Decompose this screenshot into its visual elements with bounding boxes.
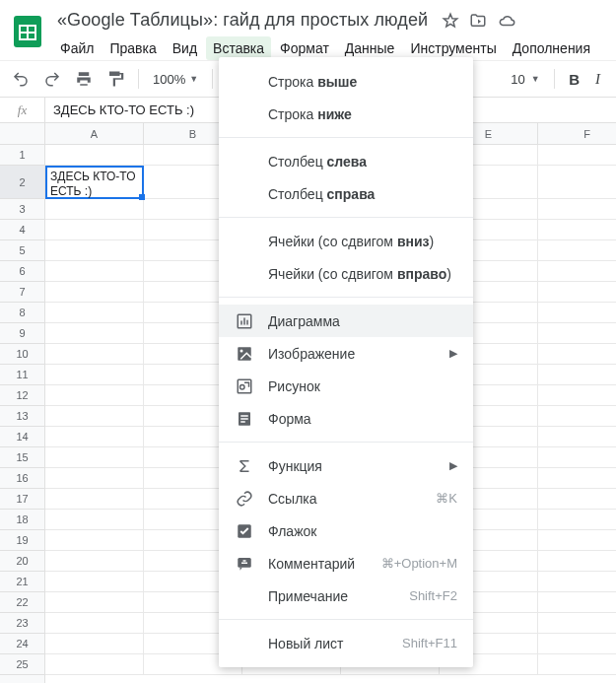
cell-A10[interactable]	[45, 344, 144, 365]
cell-F17[interactable]	[538, 489, 616, 510]
menu-item[interactable]: Ссылка⌘K	[219, 482, 473, 514]
row-header-13[interactable]: 13	[0, 406, 44, 427]
move-icon[interactable]	[469, 12, 487, 30]
star-icon[interactable]	[442, 12, 459, 30]
cell-A8[interactable]	[45, 303, 144, 323]
row-header-16[interactable]: 16	[0, 468, 44, 489]
print-button[interactable]	[71, 66, 97, 92]
zoom-select[interactable]: 100%▼	[149, 72, 202, 87]
cell-F1[interactable]	[538, 145, 616, 166]
menu-item[interactable]: Диаграмма	[219, 305, 473, 337]
row-header-3[interactable]: 3	[0, 199, 44, 220]
cell-A22[interactable]	[45, 592, 144, 613]
cell-F9[interactable]	[538, 323, 616, 344]
menu-item[interactable]: Ячейки (со сдвигом вниз)	[219, 225, 473, 257]
menu-дополнения[interactable]: Дополнения	[506, 36, 597, 60]
row-header-22[interactable]: 22	[0, 592, 44, 613]
menu-item[interactable]: Форма	[219, 402, 473, 435]
row-header-9[interactable]: 9	[0, 323, 44, 344]
cell-A5[interactable]	[45, 240, 144, 261]
menu-item[interactable]: Столбец справа	[219, 177, 473, 210]
cell-A20[interactable]	[45, 551, 144, 572]
row-header-7[interactable]: 7	[0, 282, 44, 303]
row-header-23[interactable]: 23	[0, 613, 44, 634]
menu-item[interactable]: Функция▶	[219, 449, 473, 482]
cell-F22[interactable]	[538, 592, 616, 613]
row-header-12[interactable]: 12	[0, 385, 44, 406]
sheets-logo[interactable]	[8, 12, 47, 51]
cell-A11[interactable]	[45, 365, 144, 385]
cell-A12[interactable]	[45, 385, 144, 406]
menu-item[interactable]: Рисунок	[219, 370, 473, 402]
cell-A4[interactable]	[45, 220, 144, 240]
menu-вид[interactable]: Вид	[166, 36, 204, 60]
row-header-14[interactable]: 14	[0, 427, 44, 447]
cell-F13[interactable]	[538, 406, 616, 427]
cell-F12[interactable]	[538, 385, 616, 406]
cell-F20[interactable]	[538, 551, 616, 572]
cell-A21[interactable]	[45, 572, 144, 592]
cell-A17[interactable]	[45, 489, 144, 510]
cell-F2[interactable]	[538, 166, 616, 199]
cell-F11[interactable]	[538, 365, 616, 385]
row-header-10[interactable]: 10	[0, 344, 44, 365]
cell-A6[interactable]	[45, 261, 144, 282]
row-header-15[interactable]: 15	[0, 447, 44, 468]
row-header-5[interactable]: 5	[0, 240, 44, 261]
cell-F7[interactable]	[538, 282, 616, 303]
cell-F8[interactable]	[538, 303, 616, 323]
menu-item[interactable]: Новый листShift+F11	[219, 627, 473, 659]
row-header-20[interactable]: 20	[0, 551, 44, 572]
cell-F21[interactable]	[538, 572, 616, 592]
row-header-1[interactable]: 1	[0, 145, 44, 166]
row-header-8[interactable]: 8	[0, 303, 44, 323]
menu-item[interactable]: Строка ниже	[219, 98, 473, 130]
cell-F5[interactable]	[538, 240, 616, 261]
italic-button[interactable]: I	[590, 71, 606, 88]
row-header-21[interactable]: 21	[0, 572, 44, 592]
cell-F3[interactable]	[538, 199, 616, 220]
col-header-A[interactable]: A	[45, 123, 144, 144]
menu-правка[interactable]: Правка	[103, 36, 163, 60]
cell-F23[interactable]	[538, 613, 616, 634]
cell-A9[interactable]	[45, 323, 144, 344]
menu-item[interactable]: ПримечаниеShift+F2	[219, 580, 473, 612]
cell-F24[interactable]	[538, 634, 616, 654]
menu-файл[interactable]: Файл	[53, 36, 101, 60]
cell-F10[interactable]	[538, 344, 616, 365]
row-header-17[interactable]: 17	[0, 489, 44, 510]
cell-A18[interactable]	[45, 510, 144, 530]
cell-A3[interactable]	[45, 199, 144, 220]
undo-button[interactable]	[8, 66, 34, 92]
cell-F18[interactable]	[538, 510, 616, 530]
cell-A25[interactable]	[45, 654, 144, 675]
cell-F19[interactable]	[538, 530, 616, 551]
cell-A19[interactable]	[45, 530, 144, 551]
cell-F6[interactable]	[538, 261, 616, 282]
cell-A16[interactable]	[45, 468, 144, 489]
cell-F15[interactable]	[538, 447, 616, 468]
cell-F16[interactable]	[538, 468, 616, 489]
row-header-4[interactable]: 4	[0, 220, 44, 240]
doc-title[interactable]: «Google Таблицы»: гайд для простых людей	[53, 8, 432, 33]
cell-A14[interactable]	[45, 427, 144, 447]
cell-F14[interactable]	[538, 427, 616, 447]
bold-button[interactable]: B	[565, 71, 584, 88]
row-header-18[interactable]: 18	[0, 510, 44, 530]
cell-A24[interactable]	[45, 634, 144, 654]
menu-item[interactable]: Комментарий⌘+Option+M	[219, 547, 473, 580]
cell-F25[interactable]	[538, 654, 616, 675]
row-header-19[interactable]: 19	[0, 530, 44, 551]
cell-A15[interactable]	[45, 447, 144, 468]
paint-format-button[interactable]	[103, 66, 128, 92]
menu-item[interactable]: Флажок	[219, 514, 473, 547]
menu-item[interactable]: Строка выше	[219, 65, 473, 98]
row-header-24[interactable]: 24	[0, 634, 44, 654]
cell-A2[interactable]: ЗДЕСЬ КТО-ТО ЕСТЬ :)	[45, 166, 144, 199]
cell-F4[interactable]	[538, 220, 616, 240]
col-header-F[interactable]: F	[538, 123, 616, 144]
cell-A13[interactable]	[45, 406, 144, 427]
cell-A1[interactable]	[45, 145, 144, 166]
row-header-11[interactable]: 11	[0, 365, 44, 385]
cell-A23[interactable]	[45, 613, 144, 634]
